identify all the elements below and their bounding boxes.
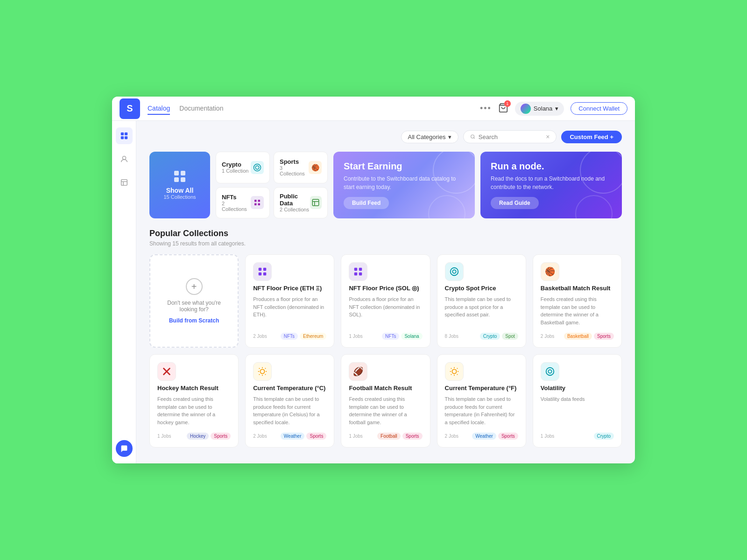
main-layout: All Categories ▾ × Custom Feed + <box>112 121 635 463</box>
svg-rect-21 <box>354 273 357 275</box>
custom-feed-button[interactable]: Custom Feed + <box>561 131 622 143</box>
card-desc-1: Produces a floor price for an NFT collec… <box>349 295 422 326</box>
card-icon-2 <box>445 262 464 281</box>
svg-rect-4 <box>124 136 127 139</box>
sidebar-bottom <box>116 440 133 457</box>
card-icon-7 <box>445 362 464 381</box>
tag-nft: NFTs <box>281 333 298 340</box>
card-jobs-7: 2 Jobs <box>445 434 458 439</box>
categories-dropdown[interactable]: All Categories ▾ <box>401 131 459 143</box>
crypto-icon <box>251 161 264 174</box>
promo-cards: Start Earning Contribute to the Switchbo… <box>333 152 622 218</box>
search-input[interactable] <box>479 133 543 140</box>
tag-sports-4: Sports <box>211 433 231 440</box>
collection-card-2[interactable]: Crypto Spot Price This template can be u… <box>437 254 526 348</box>
card-desc-4: Feeds created using this template can be… <box>157 395 231 426</box>
svg-rect-15 <box>259 268 261 271</box>
cat-crypto[interactable]: Crypto 1 Collection <box>216 152 270 183</box>
collection-card-0[interactable]: NFT Floor Price (ETH Ξ) Produces a floor… <box>245 254 334 348</box>
card-desc-3: Feeds created using this template can be… <box>541 295 614 326</box>
cart-button[interactable]: 1 <box>498 103 508 115</box>
more-menu-button[interactable]: ••• <box>480 104 492 113</box>
cat-name-public: Public Data <box>280 193 310 207</box>
cards-row-2: Hockey Match Result Feeds created using … <box>149 354 622 448</box>
card-jobs-6: 1 Jobs <box>349 434 362 439</box>
card-jobs-5: 2 Jobs <box>253 434 267 439</box>
svg-rect-2 <box>124 133 127 135</box>
card-tags-6: Football Sports <box>377 433 422 440</box>
card-footer-7: 2 Jobs Weather Sports <box>445 433 518 440</box>
sidebar-item-box[interactable] <box>116 174 133 191</box>
card-desc-5: This template can be used to produce fee… <box>253 395 326 426</box>
svg-point-28 <box>452 369 456 373</box>
chevron-down-icon: ▾ <box>448 133 451 140</box>
card-title-2: Crypto Spot Price <box>445 285 518 292</box>
collection-card-5[interactable]: Current Temperature (°C) This template c… <box>245 354 334 448</box>
card-jobs-8: 1 Jobs <box>541 434 554 439</box>
nav-right: ••• 1 Solana ▾ Connect Wallet <box>480 102 627 116</box>
cat-count-public: 2 Collections <box>280 207 310 212</box>
collection-card-4[interactable]: Hockey Match Result Feeds created using … <box>149 354 239 448</box>
public-data-icon <box>310 196 322 209</box>
nav-catalog[interactable]: Catalog <box>148 103 170 115</box>
sidebar-item-grid[interactable] <box>116 127 133 144</box>
svg-rect-14 <box>313 200 319 206</box>
collection-card-8[interactable]: Volatility Volatility data feeds 1 Jobs … <box>533 354 622 448</box>
search-clear-icon[interactable]: × <box>546 133 550 140</box>
search-box: × <box>463 130 557 143</box>
show-all-count: 15 Collections <box>163 194 196 200</box>
card-desc-7: This template can be used to produce fee… <box>445 395 518 426</box>
svg-rect-3 <box>120 136 123 139</box>
card-desc-0: Produces a floor price for an NFT collec… <box>253 295 326 326</box>
card-footer-0: 2 Jobs NFTs Ethereum <box>253 333 326 340</box>
cat-count-nfts: 2 Collections <box>222 201 251 212</box>
card-title-1: NFT Floor Price (SOL ◎) <box>349 285 422 292</box>
tag-crypto-2: Crypto <box>480 333 500 340</box>
connect-wallet-button[interactable]: Connect Wallet <box>571 102 627 115</box>
card-desc-2: This template can be used to produce a s… <box>445 295 518 326</box>
tag-basketball-3: Basketball <box>564 333 592 340</box>
svg-point-5 <box>122 156 126 160</box>
card-tags-3: Basketball Sports <box>564 333 614 340</box>
collection-card-7[interactable]: Current Temperature (°F) This template c… <box>437 354 526 448</box>
cat-sports[interactable]: Sports 3 Collections 🏀 <box>274 152 328 183</box>
nav-documentation[interactable]: Documentation <box>179 103 223 115</box>
card-footer-8: 1 Jobs Crypto <box>541 433 614 440</box>
collection-card-3[interactable]: 🏀 Basketball Match Result Feeds created … <box>533 254 622 348</box>
toolbar-row: All Categories ▾ × Custom Feed + <box>149 130 622 143</box>
cat-count-sports: 3 Collections <box>280 165 309 176</box>
read-guide-button[interactable]: Read Guide <box>491 197 539 209</box>
svg-rect-12 <box>254 203 257 206</box>
show-all-grid-icon <box>174 171 185 182</box>
logo[interactable]: S <box>120 98 140 119</box>
card-icon-0 <box>253 262 272 281</box>
svg-rect-13 <box>258 203 261 206</box>
tag-football-6: Football <box>377 433 401 440</box>
scratch-card[interactable]: + Don't see what you're looking for? Bui… <box>149 254 239 348</box>
tag-ethereum: Ethereum <box>300 333 326 340</box>
chat-button[interactable] <box>116 440 133 457</box>
sidebar-item-user[interactable] <box>116 151 133 168</box>
card-footer-2: 8 Jobs Crypto Spot <box>445 333 518 340</box>
top-nav: S Catalog Documentation ••• 1 Solana ▾ C… <box>112 97 635 121</box>
promo-node-card: Run a node. Read the docs to run a Switc… <box>480 152 622 218</box>
cat-nfts[interactable]: NFTs 2 Collections <box>216 187 270 219</box>
tag-nft-1: NFTs <box>382 333 399 340</box>
solana-avatar <box>521 104 531 114</box>
svg-rect-22 <box>359 273 362 275</box>
category-grid: Crypto 1 Collection Sports 3 Collecti <box>216 152 328 218</box>
cat-public-data[interactable]: Public Data 2 Collections <box>274 187 328 219</box>
collection-card-6[interactable]: 🏈 Football Match Result Feeds created us… <box>341 354 430 448</box>
card-jobs-3: 2 Jobs <box>541 334 554 339</box>
card-jobs-0: 2 Jobs <box>253 334 267 339</box>
cards-row-1: + Don't see what you're looking for? Bui… <box>149 254 622 348</box>
solana-wallet-button[interactable]: Solana ▾ <box>515 102 564 116</box>
collection-card-1[interactable]: NFT Floor Price (SOL ◎) Produces a floor… <box>341 254 430 348</box>
tag-sports-6: Sports <box>402 433 423 440</box>
build-feed-button[interactable]: Build Feed <box>344 197 389 209</box>
svg-point-27 <box>261 369 265 373</box>
nav-links: Catalog Documentation <box>148 103 480 115</box>
scratch-link[interactable]: Build from Scratch <box>169 317 219 324</box>
show-all-card[interactable]: Show All 15 Collections <box>149 152 210 218</box>
tag-sports-7: Sports <box>498 433 518 440</box>
